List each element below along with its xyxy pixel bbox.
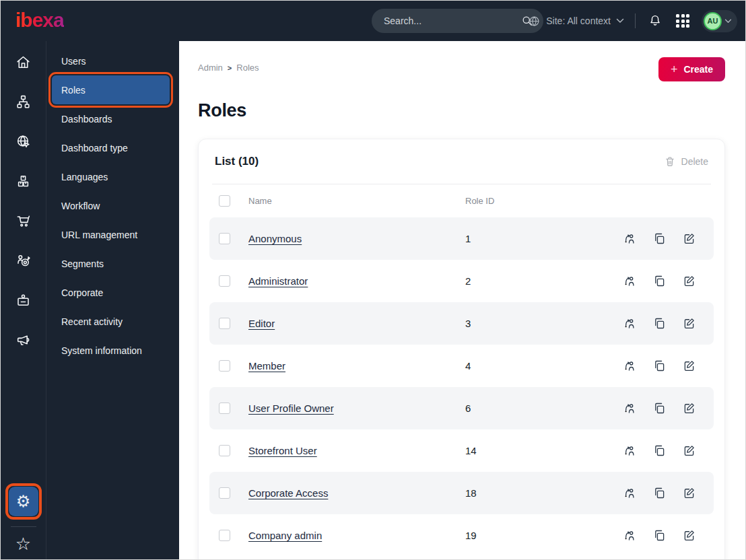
notifications-button[interactable]	[646, 12, 664, 30]
row-checkbox[interactable]	[219, 403, 230, 414]
breadcrumb-separator: >	[228, 64, 232, 72]
edit-role-button[interactable]	[682, 528, 696, 542]
icon-rail: ⚙ ☆	[1, 41, 46, 560]
breadcrumb-roles: Roles	[236, 63, 259, 73]
commerce-cart-icon[interactable]	[13, 212, 34, 230]
copy-icon	[652, 401, 667, 415]
table-row: Anonymous 1	[209, 217, 714, 260]
edit-role-button[interactable]	[682, 444, 696, 458]
assign-users-button[interactable]	[623, 528, 637, 542]
copy-role-button[interactable]	[652, 401, 667, 415]
assign-users-icon	[623, 359, 637, 373]
globe-icon	[528, 15, 541, 28]
menu-item-corporate[interactable]: Corporate	[46, 278, 179, 307]
assign-users-button[interactable]	[623, 232, 637, 246]
row-checkbox[interactable]	[219, 487, 230, 499]
settings-gear-button[interactable]: ⚙	[9, 487, 38, 516]
role-name-link[interactable]: Editor	[248, 318, 465, 329]
menu-item-url-management[interactable]: URL management	[46, 220, 179, 249]
copy-role-button[interactable]	[652, 359, 667, 373]
menu-item-roles[interactable]: Roles	[52, 75, 170, 104]
copy-role-button[interactable]	[652, 528, 667, 542]
menu-item-dashboard-type[interactable]: Dashboard type	[46, 133, 179, 162]
app-switcher-button[interactable]	[675, 13, 691, 29]
role-name-link[interactable]: User Profile Owner	[248, 403, 465, 414]
menu-item-recent-activity[interactable]: Recent activity	[46, 307, 179, 336]
role-name-link[interactable]: Administrator	[248, 275, 465, 287]
favorites-star-button[interactable]: ☆	[14, 534, 32, 554]
role-name-link[interactable]: Storefront User	[248, 445, 465, 456]
assign-users-button[interactable]	[623, 316, 637, 330]
assign-users-button[interactable]	[623, 359, 637, 373]
menu-item-workflow[interactable]: Workflow	[46, 191, 179, 220]
edit-role-button[interactable]	[682, 359, 696, 373]
assign-users-icon	[623, 444, 637, 458]
role-id: 3	[465, 318, 610, 329]
site-context-label: Site: All context	[546, 15, 611, 26]
assign-users-button[interactable]	[623, 486, 637, 500]
global-search-input[interactable]: Search...	[372, 9, 543, 33]
table-row: Editor 3	[209, 302, 714, 345]
bell-icon	[648, 13, 663, 28]
row-checkbox[interactable]	[219, 445, 230, 456]
edit-role-button[interactable]	[682, 232, 696, 246]
assign-users-button[interactable]	[623, 401, 637, 415]
row-checkbox[interactable]	[219, 530, 230, 541]
copy-role-button[interactable]	[652, 232, 667, 246]
user-menu[interactable]: AU	[702, 10, 737, 32]
page-title: Roles	[198, 100, 725, 121]
main-content: Admin > Roles + Create Roles List (10) D…	[179, 41, 746, 560]
menu-item-languages[interactable]: Languages	[46, 162, 179, 191]
menu-item-users[interactable]: Users	[46, 46, 179, 75]
table-header: Name Role ID	[209, 184, 714, 217]
topbar: ibexa Search... Site: All context	[1, 1, 746, 41]
copy-role-button[interactable]	[652, 316, 667, 330]
settings-gear-icon: ⚙	[16, 493, 31, 510]
edit-role-button[interactable]	[682, 486, 696, 500]
copy-icon	[652, 444, 667, 458]
copy-role-button[interactable]	[652, 444, 667, 458]
menu-item-system-information[interactable]: System information	[46, 336, 179, 365]
row-checkbox[interactable]	[219, 360, 230, 372]
rail-bottom: ⚙ ☆	[5, 483, 42, 554]
create-button[interactable]: + Create	[658, 57, 725, 81]
breadcrumb-admin[interactable]: Admin	[198, 63, 223, 73]
role-name-link[interactable]: Member	[248, 360, 465, 372]
role-id: 6	[465, 403, 610, 414]
column-header-name: Name	[248, 196, 465, 206]
site-icon[interactable]	[13, 133, 34, 150]
edit-role-button[interactable]	[682, 274, 696, 288]
app-window: ibexa Search... Site: All context	[0, 0, 746, 560]
assign-users-button[interactable]	[623, 444, 637, 458]
role-name-link[interactable]: Anonymous	[248, 233, 465, 244]
corporate-badge-icon[interactable]	[13, 291, 34, 309]
edit-icon	[682, 486, 696, 500]
edit-role-button[interactable]	[682, 316, 696, 330]
delete-button[interactable]: Delete	[664, 155, 708, 168]
row-checkbox[interactable]	[219, 275, 230, 287]
personalization-icon[interactable]	[13, 252, 34, 269]
menu-item-dashboards[interactable]: Dashboards	[46, 104, 179, 133]
copy-icon	[652, 486, 667, 500]
copy-role-button[interactable]	[652, 486, 667, 500]
marketing-megaphone-icon[interactable]	[13, 331, 34, 349]
copy-role-button[interactable]	[652, 274, 667, 288]
edit-icon	[682, 444, 696, 458]
home-icon[interactable]	[13, 53, 34, 71]
role-name-link[interactable]: Company admin	[248, 530, 465, 541]
site-context-selector[interactable]: Site: All context	[528, 15, 624, 28]
content-structure-icon[interactable]	[13, 93, 34, 110]
edit-role-button[interactable]	[682, 401, 696, 415]
menu-item-segments[interactable]: Segments	[46, 249, 179, 278]
favorites-star-icon: ☆	[15, 535, 31, 553]
row-checkbox[interactable]	[219, 233, 230, 244]
ibexa-logo[interactable]: ibexa	[15, 9, 64, 32]
edit-icon	[682, 401, 696, 415]
product-catalog-icon[interactable]	[13, 172, 34, 190]
select-all-checkbox[interactable]	[219, 195, 230, 207]
assign-users-icon	[623, 274, 637, 288]
row-checkbox[interactable]	[219, 318, 230, 329]
delete-button-label: Delete	[681, 156, 708, 167]
role-name-link[interactable]: Corporate Access	[248, 487, 465, 499]
assign-users-button[interactable]	[623, 274, 637, 288]
